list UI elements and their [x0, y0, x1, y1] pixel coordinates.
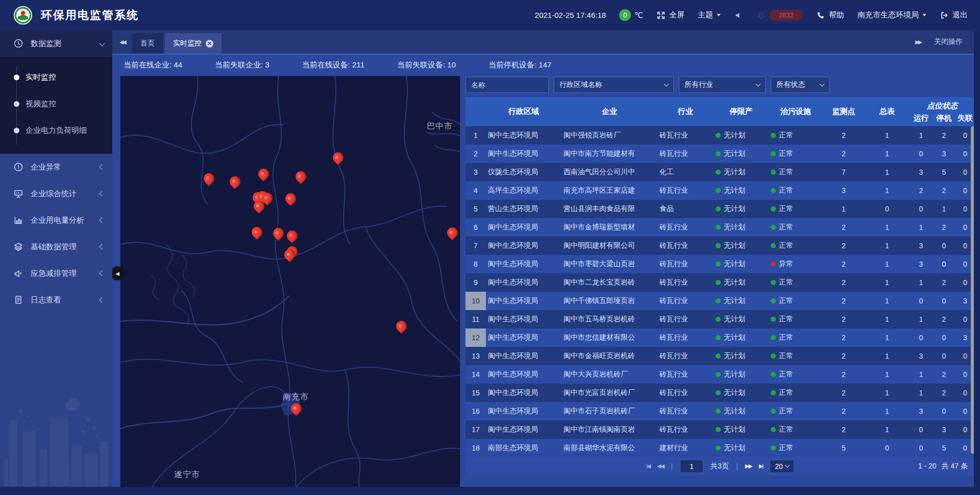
- status-dot-icon: [716, 298, 721, 303]
- region-filter-select[interactable]: 行政区域名称: [554, 77, 674, 93]
- cell-meters: 0: [865, 205, 910, 213]
- stat-label: 当前失联企业:: [215, 60, 265, 69]
- pagination-controls: |◀ ◀◀ | 1 共3页 | ▶▶ ▶| 20: [465, 460, 975, 473]
- cell-region: 阆中生态环境局: [486, 407, 561, 416]
- status-dot-icon: [716, 170, 721, 175]
- organization-dropdown[interactable]: 南充市生态环境局: [857, 10, 926, 20]
- table-row[interactable]: 10阆中生态环境局阆中千佛镇五郎垭页岩砖瓦行业无计划正常21003: [465, 292, 975, 310]
- page-size-select[interactable]: 20: [770, 460, 794, 473]
- industry-filter-select[interactable]: 所有行业: [679, 77, 766, 93]
- cell-industry: 建材行业: [657, 443, 714, 453]
- status-dot-icon: [771, 133, 776, 138]
- app-window: 环保用电监管系统 2021-02-25 17:46:18 0 ℃ 全屏 主题: [0, 0, 980, 495]
- cell-company: 南部县砌华水泥有限公: [561, 443, 657, 453]
- cell-run: 2: [910, 186, 933, 195]
- table-row[interactable]: 9阆中生态环境局阆中市二龙长宝页岩砖砖瓦行业无计划正常21120: [465, 273, 975, 292]
- close-operations-button[interactable]: 关闭操作: [934, 37, 963, 46]
- cell-region: 阆中生态环境局: [486, 296, 561, 305]
- status-text: 无计划: [724, 296, 745, 305]
- cell-stop: 0: [933, 334, 955, 342]
- cell-run: 1: [910, 278, 933, 287]
- status-filter-select[interactable]: 所有状态: [771, 77, 829, 93]
- sidebar-group-5[interactable]: 基础数据管理: [0, 233, 112, 260]
- table-row[interactable]: 4高坪生态环境局南充市高坪区王家店建砖瓦行业无计划正常31220: [465, 181, 975, 200]
- table-row[interactable]: 13阆中生态环境局阆中市金福旺页岩机砖砖瓦行业无计划正常21300: [465, 347, 975, 365]
- cell-facility: 正常: [769, 149, 823, 158]
- page-number-input[interactable]: 1: [680, 460, 703, 473]
- sidebar-group-7[interactable]: 日志查看: [0, 287, 112, 313]
- sidebar-group-1[interactable]: 数据监测: [0, 30, 112, 57]
- cell-run: 3: [910, 242, 933, 250]
- cell-points: 2: [823, 150, 865, 158]
- chevron-down-icon: [820, 81, 825, 86]
- cell-facility: 正常: [769, 351, 823, 361]
- cell-points: 2: [823, 297, 865, 305]
- page-scrollbar-track[interactable]: [974, 30, 980, 495]
- cell-limit: 无计划: [714, 388, 769, 397]
- table-row[interactable]: 5营山生态环境局营山县润丰肉食品有限食品无计划正常10010: [465, 200, 975, 218]
- sidebar-item-企业电力负荷明细[interactable]: 企业电力负荷明细: [0, 117, 112, 144]
- stat-value: 10: [447, 60, 456, 69]
- first-page-icon[interactable]: |◀: [646, 463, 650, 469]
- cell-limit: 无计划: [714, 351, 769, 361]
- table-row[interactable]: 12阆中生态环境局阆中市忠信建材有限公砖瓦行业无计划正常21003: [465, 328, 975, 347]
- cell-industry: 砖瓦行业: [657, 278, 714, 287]
- sidebar-group-4[interactable]: 企业用电量分析: [0, 207, 112, 233]
- stat-label: 当前在线设备:: [302, 60, 352, 69]
- map-panel[interactable]: 巴中市南充市遂宁市: [120, 76, 460, 488]
- table-row[interactable]: 15阆中生态环境局阆中市光富页岩机砖厂砖瓦行业无计划正常21120: [465, 384, 975, 402]
- logout-button[interactable]: 退出: [940, 10, 968, 20]
- table-row[interactable]: 16阆中生态环境局阆中市石子页岩机砖厂砖瓦行业无计划正常21300: [465, 402, 975, 420]
- table-row[interactable]: 7阆中生态环境局阆中明阳建材有限公司砖瓦行业无计划正常21300: [465, 237, 975, 255]
- sidebar-submenu: 实时监控视频监控企业电力负荷明细: [0, 57, 112, 154]
- table-row[interactable]: 3仪陇生态环境局西南油气田分公司川中化工无计划正常71350: [465, 163, 975, 181]
- last-page-icon[interactable]: ▶|: [759, 463, 763, 469]
- cell-stop: 0: [933, 352, 955, 360]
- sidebar-item-实时监控[interactable]: 实时监控: [0, 64, 112, 90]
- cell-region: 阆中生态环境局: [486, 333, 561, 342]
- tabs: 首页实时监控✕: [132, 33, 224, 54]
- next-page-icon[interactable]: ▶▶: [745, 463, 752, 469]
- sidebar-group-6[interactable]: 应急减排管理: [0, 260, 112, 287]
- tabs-scroll-left-icon[interactable]: ◀◀: [119, 39, 125, 45]
- tab-实时监控[interactable]: 实时监控✕: [165, 33, 222, 54]
- status-dot-icon: [771, 427, 776, 432]
- name-filter-input[interactable]: [465, 77, 549, 93]
- cell-meters: 1: [865, 426, 910, 434]
- sidebar-group-2[interactable]: 企业异常: [0, 154, 112, 180]
- tab-close-icon[interactable]: ✕: [206, 40, 213, 48]
- sidebar-group-3[interactable]: 企业综合统计: [0, 180, 112, 207]
- cell-stop: 3: [933, 426, 955, 434]
- help-button[interactable]: 帮助: [816, 10, 844, 20]
- table-row[interactable]: 11阆中生态环境局阆中市五马桥页岩机砖砖瓦行业无计划正常21120: [465, 310, 975, 328]
- table-row[interactable]: 14阆中生态环境局阆中大兴页岩机砖厂砖瓦行业无计划正常21120: [465, 365, 975, 384]
- status-text: 无计划: [724, 278, 745, 287]
- table-row[interactable]: 18南部生态环境局南部县砌华水泥有限公建材行业无计划正常50050: [465, 439, 975, 454]
- horn-icon: [13, 268, 23, 278]
- tabs-scroll-right-icon[interactable]: ▶▶: [915, 39, 921, 45]
- status-text: 正常: [779, 186, 793, 195]
- status-text: 正常: [779, 149, 793, 158]
- table-row[interactable]: 8阆中生态环境局阆中市枣碧大梁山页岩砖瓦行业无计划异常21300: [465, 255, 975, 273]
- col-region: 行政区域: [486, 107, 561, 116]
- panel-collapse-button[interactable]: ◀: [111, 267, 124, 280]
- speaker-muted-icon[interactable]: [734, 11, 743, 20]
- row-number: 16: [465, 402, 486, 420]
- cell-limit: 无计划: [714, 370, 769, 379]
- table-row[interactable]: 17阆中生态环境局阆中市江南镇阆南页岩砖瓦行业无计划正常21030: [465, 420, 975, 439]
- pagination-bar: |◀ ◀◀ | 1 共3页 | ▶▶ ▶| 20 1 - 20 共 47 条: [465, 457, 975, 476]
- table-row[interactable]: 6阆中生态环境局阆中市金博瑞新型墙材砖瓦行业无计划正常21120: [465, 218, 975, 237]
- notification-bell[interactable]: 2632: [756, 10, 803, 20]
- cell-industry: 食品: [657, 204, 714, 214]
- table-row[interactable]: 2阆中生态环境局阆中市南方节能建材有砖瓦行业无计划正常21030: [465, 145, 975, 163]
- col-meters: 总表: [865, 107, 910, 116]
- status-text: 无计划: [724, 425, 745, 434]
- table-row[interactable]: 1阆中生态环境局阆中强锐页岩砖厂砖瓦行业无计划正常21120: [465, 126, 975, 145]
- tab-首页[interactable]: 首页: [132, 33, 163, 54]
- fullscreen-button[interactable]: 全屏: [656, 10, 684, 20]
- sidebar-item-视频监控[interactable]: 视频监控: [0, 90, 112, 117]
- previous-page-icon[interactable]: ◀◀: [657, 463, 664, 469]
- cell-company: 阆中市光富页岩机砖厂: [561, 388, 657, 397]
- chevron-left-icon: [99, 244, 105, 249]
- theme-dropdown[interactable]: 主题: [698, 10, 721, 20]
